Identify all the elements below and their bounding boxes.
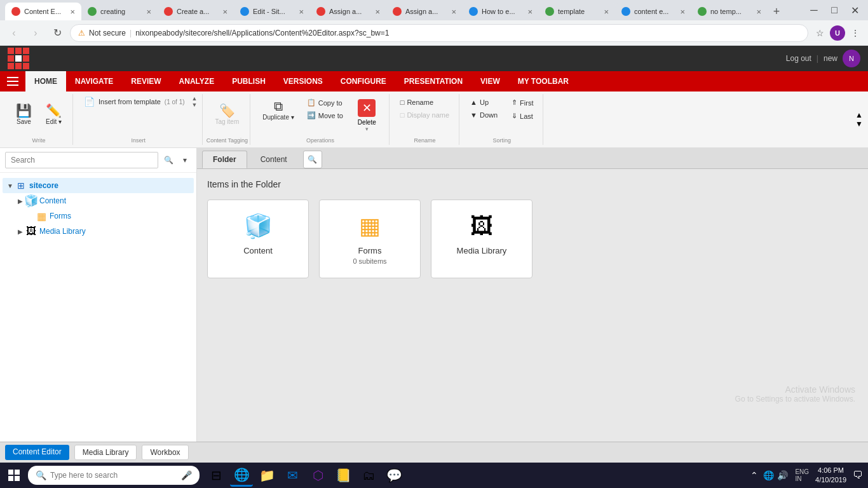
address-input[interactable]: ⚠ Not secure | nixonpeabody/sitecore/she… [70,24,808,42]
bottom-tab-workbox[interactable]: Workbox [142,445,188,460]
tab-1[interactable]: Content E... × [5,3,81,20]
tab-3[interactable]: Create a... × [158,3,234,20]
notification-button[interactable]: 🗨 [850,468,865,483]
insert-down-arrow[interactable]: ▼ [192,102,198,108]
tab-close-3[interactable]: × [222,8,227,16]
microphone-icon[interactable]: 🎤 [181,470,192,480]
taskbar-task-view[interactable]: ⊟ [205,464,227,487]
bottom-tab-media-library[interactable]: Media Library [74,445,137,460]
bottom-tab-content-editor[interactable]: Content Editor [5,445,69,460]
close-button[interactable]: ✕ [846,2,863,18]
tray-up-arrow[interactable]: ⌃ [748,469,761,482]
tab-close-7[interactable]: × [527,8,532,16]
insert-up-arrow[interactable]: ▲ [192,95,198,102]
maximize-button[interactable]: □ [826,2,843,18]
taskbar-chrome[interactable]: 🌐 [230,464,253,487]
ribbon-tab-publish[interactable]: PUBLISH [223,71,275,92]
tab-10[interactable]: no temp... × [691,3,768,20]
tab-favicon-4 [240,7,249,16]
ribbon-tab-mytoolbar[interactable]: MY TOOLBAR [509,71,578,92]
panel-search-button[interactable]: 🔍 [303,151,322,168]
folder-item-content[interactable]: 🧊 Content [207,200,309,278]
tag-item-button[interactable]: 🏷️ Tag item [209,94,245,135]
tab-close-5[interactable]: × [375,8,380,16]
move-to-button[interactable]: ➡️ Move to [302,109,348,121]
delete-button[interactable]: ✕ Delete ▾ [350,97,384,135]
insert-from-template-button[interactable]: 📄 Insert from template (1 of 1) [79,94,189,109]
settings-button[interactable]: ⋮ [848,25,863,41]
logo-cell-4 [8,55,14,62]
tray-network-icon[interactable]: 🌐 [762,469,775,482]
taskbar-file-explorer[interactable]: 📁 [255,464,278,487]
tab-8[interactable]: template × [539,3,615,20]
taskbar-visual-studio[interactable]: ⬡ [306,464,329,487]
ribbon-tab-view[interactable]: VIEW [471,71,509,92]
panel-tab-folder[interactable]: Folder [202,151,247,168]
start-button[interactable] [3,464,25,487]
ribbon-tab-review[interactable]: REVIEW [122,71,170,92]
tab-7[interactable]: How to e... × [463,3,539,20]
ribbon-scroll-right[interactable]: ▲▼ [855,94,863,145]
ribbon-tab-presentation[interactable]: PRESENTATION [395,71,471,92]
tab-2[interactable]: creating × [81,3,158,20]
tree-node-forms[interactable]: ▦ Forms [3,208,194,224]
tab-close-1[interactable]: × [70,8,75,16]
ribbon-tab-versions[interactable]: VERSIONS [275,71,332,92]
save-button[interactable]: 💾 Save [10,94,37,135]
taskbar-app-5[interactable]: 📒 [332,464,355,487]
user-avatar-icon[interactable]: N [843,50,860,67]
tab-close-8[interactable]: × [604,8,609,16]
display-name-button[interactable]: □ Display name [396,109,454,121]
tab-4[interactable]: Edit - Sit... × [234,3,310,20]
panel-content: Items in the Folder 🧊 Content ▦ Forms 0 … [197,169,868,442]
folder-item-forms[interactable]: ▦ Forms 0 subitems [319,200,421,278]
minimize-button[interactable]: ─ [806,2,822,18]
tree-toggle-sitecore[interactable]: ▼ [5,180,15,191]
new-tab-button[interactable]: + [768,3,785,20]
taskbar-search[interactable]: 🔍 🎤 [28,466,200,485]
last-button[interactable]: ⇓ Last [507,110,538,122]
taskbar-folder[interactable]: 🗂 [357,464,380,487]
ribbon-tab-configure[interactable]: CONFIGURE [332,71,395,92]
tree-node-media-library[interactable]: ▶ 🖼 Media Library [3,224,194,239]
tree-toggle-media[interactable]: ▶ [15,226,25,236]
tab-close-2[interactable]: × [146,8,151,16]
ops-col: 📋 Copy to ➡️ Move to [302,97,348,121]
panel-tab-content[interactable]: Content [250,151,298,168]
rename-button[interactable]: □ Rename [396,97,454,108]
taskbar-skype[interactable]: 💬 [383,464,405,487]
taskbar-outlook[interactable]: ✉ [281,464,304,487]
insert-arrows[interactable]: ▲ ▼ [192,95,198,108]
tab-5[interactable]: Assign a... × [310,3,386,20]
ribbon-tab-home[interactable]: HOME [25,71,66,92]
tab-close-6[interactable]: × [451,8,456,16]
tree-node-sitecore[interactable]: ▼ ⊞ sitecore [3,178,194,193]
profile-avatar[interactable]: U [830,25,845,41]
folder-item-media-library[interactable]: 🖼 Media Library [431,200,532,278]
up-button[interactable]: ▲ Up [466,97,502,108]
copy-to-button[interactable]: 📋 Copy to [302,97,348,109]
taskbar-search-input[interactable] [50,471,177,480]
first-button[interactable]: ⇑ First [507,97,538,109]
back-button[interactable]: ‹ [5,24,23,42]
tab-close-4[interactable]: × [299,8,304,16]
ribbon-tab-navigate[interactable]: NAVIGATE [66,71,122,92]
ribbon-tab-analyze[interactable]: ANALYZE [170,71,224,92]
tab-close-9[interactable]: × [680,8,685,16]
search-input[interactable] [5,152,158,168]
tab-6[interactable]: Assign a... × [386,3,463,20]
bookmark-button[interactable]: ☆ [812,25,827,41]
logout-button[interactable]: Log out [786,54,811,63]
tab-9[interactable]: content e... × [615,3,691,20]
ribbon-hamburger-button[interactable] [0,71,25,92]
search-button[interactable]: 🔍 [161,152,176,168]
search-dropdown[interactable]: ▾ [179,152,191,168]
tab-close-10[interactable]: × [756,8,761,16]
tree-node-content[interactable]: ▶ 🧊 Content [3,193,194,208]
down-button[interactable]: ▼ Down [466,109,502,121]
edit-button[interactable]: ✏️ Edit ▾ [40,94,67,135]
tray-volume-icon[interactable]: 🔊 [776,469,789,482]
forward-button[interactable]: › [27,24,44,42]
duplicate-button[interactable]: ⧉ Duplicate ▾ [257,97,299,124]
refresh-button[interactable]: ↻ [48,24,66,42]
